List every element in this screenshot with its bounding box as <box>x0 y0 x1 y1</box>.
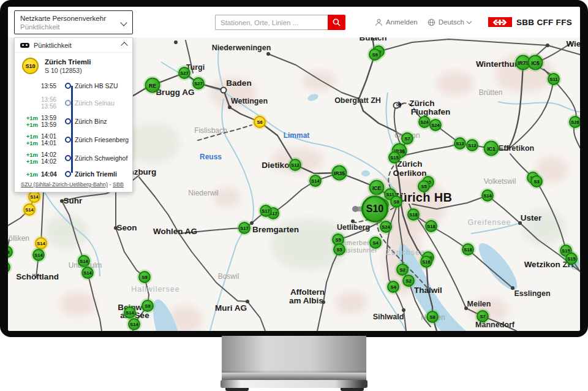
line-badge-s16[interactable]: S16 <box>420 256 432 268</box>
line-badge-s24[interactable]: S24 <box>418 116 431 128</box>
monitor-stand <box>222 336 366 373</box>
map-label: Greifensee <box>467 218 511 227</box>
line-badge-s14[interactable]: S14 <box>481 189 494 202</box>
line-badge-s7[interactable]: S7 <box>401 132 413 145</box>
station-dot <box>351 219 355 223</box>
line-badge-s17[interactable]: S17 <box>238 222 251 234</box>
line-badge-s9[interactable]: S9 <box>369 48 381 61</box>
line-badge-ic1[interactable]: IC1 <box>484 141 499 156</box>
line-badge-ir35[interactable]: IR35 <box>332 165 347 181</box>
map-label: Zürich <box>397 159 422 169</box>
line-badge-s14[interactable]: S14 <box>78 255 90 267</box>
stop-node <box>64 137 72 143</box>
line-badge-s14[interactable]: S14 <box>128 318 140 330</box>
line-badge-s11[interactable]: S11 <box>548 73 560 85</box>
station-ring <box>221 87 227 94</box>
stop-name: Zürich Schweighof <box>75 154 127 162</box>
line-badge-s7[interactable]: S7 <box>477 310 489 322</box>
layer-select-dropdown[interactable]: Netzkarte Personenverkehr Pünktlichkeit <box>14 10 133 34</box>
search-button[interactable] <box>328 15 345 30</box>
line-badge-s27[interactable]: S27 <box>178 67 190 79</box>
line-badge-s15[interactable]: S15 <box>388 151 401 164</box>
timeline-node <box>65 83 71 89</box>
map-label: Bülach <box>359 37 386 42</box>
line-badge-s10[interactable]: S10 <box>361 196 388 222</box>
line-badge-s26[interactable]: S26 <box>569 116 580 128</box>
line-badge-re[interactable]: RE <box>145 78 160 93</box>
line-badge-s14[interactable]: S14 <box>35 237 47 249</box>
map-label: Volketswil <box>484 177 516 186</box>
delay-value: +1m <box>26 151 38 158</box>
map-label: Flughafen <box>411 107 451 116</box>
timeline-node <box>65 100 71 106</box>
line-badge-s2[interactable]: S2 <box>396 264 409 276</box>
sbb-logo-text: SBB CFF FFS <box>516 18 572 27</box>
line-badge-s14[interactable]: S14 <box>309 175 322 187</box>
line-badge-s2[interactable]: S2 <box>402 275 415 287</box>
line-badge-s4[interactable]: S4 <box>369 237 382 249</box>
map-label: Niederwil <box>188 189 218 197</box>
map-label: Wettingen <box>231 97 268 105</box>
line-badge-s8[interactable]: S8 <box>426 311 439 323</box>
stop-row: +1m+1m14:0214:02Zürich Schweighof <box>20 151 130 165</box>
station-dot <box>250 221 254 225</box>
line-badge-s12[interactable]: S12 <box>466 139 478 151</box>
map-label: Wiesendangen <box>566 39 580 48</box>
panel-footer-link[interactable]: SZU (Sihltal-Zürich-Uetliberg-Bahn) <box>21 181 108 188</box>
language-selector[interactable]: Deutsch <box>428 18 471 26</box>
layer-select-subtitle: Pünktlichkeit <box>20 23 116 31</box>
line-badge-s5[interactable]: S5 <box>333 243 345 256</box>
sbb-arrows-icon <box>491 19 509 26</box>
line-badge-ic5[interactable]: IC5 <box>528 55 543 70</box>
line-badge-s14[interactable]: S14 <box>81 267 94 279</box>
delay-value: +1m <box>26 158 38 165</box>
map-label: Zürichsee <box>386 248 425 257</box>
map-label: Hallwilersee <box>131 285 179 294</box>
line-badge-s14[interactable]: S14 <box>28 191 40 203</box>
stop-time: 13:5613:56 <box>41 96 64 110</box>
time-value: 14:02 <box>41 158 56 165</box>
station-dot <box>518 221 522 225</box>
delay-value: +1m <box>26 171 38 178</box>
map-label: Kölliken <box>8 234 29 243</box>
login-link[interactable]: Anmelden <box>375 18 418 26</box>
monitor-foot <box>341 388 364 391</box>
line-badge-s14[interactable]: S14 <box>23 203 36 216</box>
map-label: Reuss <box>200 153 222 161</box>
line-badge-s6[interactable]: S6 <box>254 116 266 128</box>
layer-select-title: Netzkarte Personenverkehr <box>20 14 116 23</box>
panel-footer-link[interactable]: SBB <box>113 181 124 188</box>
map-label: Oerlikon <box>393 169 427 178</box>
line-badge-s9[interactable]: S9 <box>141 300 154 312</box>
line-badge-s24[interactable]: S24 <box>429 119 442 131</box>
monitor-stand-shadow <box>222 370 366 380</box>
line-badge-s17[interactable]: S17 <box>260 205 272 217</box>
line-badge-s5[interactable]: S5 <box>418 180 430 192</box>
station-dot <box>114 226 118 230</box>
line-badge-s18[interactable]: S18 <box>462 243 474 256</box>
line-badge-ice[interactable]: ICE <box>369 180 385 196</box>
line-badge-s12[interactable]: S12 <box>289 159 301 171</box>
line-badge-s15[interactable]: S15 <box>565 252 578 265</box>
line-badge-s18[interactable]: S18 <box>425 220 437 232</box>
panel-header[interactable]: Pünktlichkeit <box>15 38 132 53</box>
line-badge-s3[interactable]: S3 <box>530 175 543 188</box>
line-badge-s4[interactable]: S4 <box>387 281 399 293</box>
line-badge-s27[interactable]: S27 <box>192 77 205 89</box>
line-badge-s14[interactable]: S14 <box>124 306 136 319</box>
line-badge-s14[interactable]: S14 <box>32 249 45 261</box>
timeline-node <box>65 171 71 177</box>
delay-value: +1m <box>26 115 38 121</box>
line-badge-s18[interactable]: S18 <box>407 208 420 221</box>
map-label: Brütten <box>479 88 503 97</box>
train-destination: Zürich Triemli <box>45 58 91 66</box>
search-input[interactable] <box>215 15 328 30</box>
line-badge-s12[interactable]: S12 <box>454 137 466 150</box>
line-badge-s24[interactable]: S24 <box>380 221 392 233</box>
time-value: 14:01 <box>41 140 56 146</box>
line-badge-s9[interactable]: S9 <box>390 196 402 208</box>
station-dot <box>546 44 549 47</box>
line-badge-s9[interactable]: S9 <box>138 271 151 283</box>
stop-time: 14:04 <box>41 171 64 178</box>
stop-name: Zürich Selnau <box>75 99 115 107</box>
